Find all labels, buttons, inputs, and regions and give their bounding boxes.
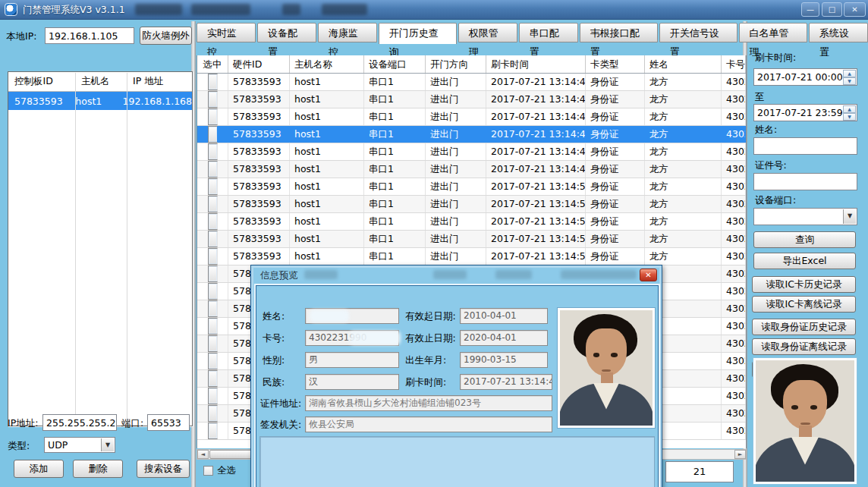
delete-device-button[interactable]: 删除: [73, 460, 123, 478]
row-checkbox[interactable]: [208, 161, 218, 178]
tab-系统设置[interactable]: 系统设置: [809, 23, 868, 42]
history-row[interactable]: 57833593host1串口1进出门2017-07-21 13:14:48身份…: [197, 161, 746, 178]
dialog-close-button[interactable]: ✕: [640, 269, 657, 281]
tab-白名单管理[interactable]: 白名单管理: [739, 23, 807, 42]
select-all-checkbox[interactable]: [203, 466, 213, 476]
row-checkbox[interactable]: [208, 300, 218, 317]
chevron-down-icon[interactable]: ▼: [843, 209, 856, 224]
history-row[interactable]: 57833593host1串口1进出门2017-07-21 13:14:45身份…: [197, 74, 746, 91]
row-checkbox-cell: [197, 143, 228, 160]
tab-开门历史查询[interactable]: 开门历史查询: [379, 23, 457, 44]
valid-from-label: 有效起日期:: [405, 310, 456, 323]
export-excel-button[interactable]: 导出Excel: [753, 253, 856, 269]
history-column-header: 硬件ID: [228, 55, 290, 73]
history-cell: 串口1: [364, 178, 426, 195]
row-checkbox[interactable]: [208, 370, 218, 387]
tab-海康监控[interactable]: 海康监控: [318, 23, 377, 42]
action-button-1[interactable]: 读取IC卡历史记录: [752, 276, 856, 293]
row-checkbox[interactable]: [208, 335, 218, 352]
firewall-exception-button[interactable]: 防火墙例外: [140, 27, 192, 45]
row-checkbox[interactable]: [208, 108, 218, 125]
action-button-4[interactable]: 读取身份证离线记录: [752, 338, 856, 355]
history-row[interactable]: 57833593host1串口1进出门2017-07-21 13:14:45身份…: [197, 91, 746, 108]
port-input[interactable]: 65533: [147, 414, 190, 431]
history-cell: host1: [290, 108, 364, 125]
row-checkbox[interactable]: [208, 248, 218, 265]
record-count: 21: [665, 461, 734, 482]
minimize-button[interactable]: —: [801, 2, 819, 17]
query-button[interactable]: 查询: [753, 231, 856, 248]
tab-串口配置[interactable]: 串口配置: [519, 23, 578, 42]
time-to-input[interactable]: 2017-07-21 23:59 ▲▼: [753, 104, 857, 121]
row-checkbox[interactable]: [208, 91, 218, 108]
row-checkbox-cell: [197, 108, 228, 125]
card-number-label: 卡号:: [263, 332, 285, 345]
portrait-photo: [560, 310, 653, 426]
type-label: 类型:: [8, 440, 30, 453]
action-button-3[interactable]: 读取身份证历史记录: [752, 319, 856, 335]
row-checkbox[interactable]: [208, 353, 218, 369]
row-checkbox[interactable]: [208, 231, 218, 247]
device-port-combobox[interactable]: ▼: [753, 208, 857, 225]
local-ip-input[interactable]: 192.168.1.105: [45, 27, 134, 44]
tab-实时监控[interactable]: 实时监控: [197, 23, 256, 42]
stepper-icon[interactable]: ▲▼: [843, 105, 856, 120]
history-cell: 2017-07-21 13:14:51: [486, 196, 586, 212]
name-filter-input[interactable]: [753, 137, 857, 155]
history-column-header: 刷卡时间: [486, 55, 586, 73]
history-row[interactable]: 57833593host1串口1进出门2017-07-21 13:14:48身份…: [197, 143, 746, 161]
row-checkbox[interactable]: [208, 318, 218, 335]
birth-date-field: 1990-03-15: [460, 352, 548, 368]
tab-设备配置[interactable]: 设备配置: [257, 23, 316, 42]
row-checkbox[interactable]: [208, 143, 218, 160]
type-combobox[interactable]: UDP ▼: [44, 437, 115, 453]
action-button-2[interactable]: 读取IC卡离线记录: [752, 296, 856, 313]
tab-权限管理[interactable]: 权限管理: [458, 23, 517, 42]
history-cell: 43022: [722, 74, 746, 90]
type-value: UDP: [48, 439, 68, 451]
device-row[interactable]: 57833593host1192.168.1.168: [8, 92, 192, 110]
history-row[interactable]: 57833593host1串口1进出门2017-07-21 13:14:47身份…: [197, 108, 746, 126]
broadcast-ip-input[interactable]: 255.255.255.255: [42, 414, 117, 431]
close-button[interactable]: ✕: [844, 2, 866, 17]
search-device-button[interactable]: 搜索设备: [137, 460, 190, 478]
history-row[interactable]: 57833593host1串口1进出门2017-07-21 13:14:53身份…: [197, 248, 746, 265]
row-checkbox[interactable]: [208, 213, 218, 230]
device-cell: 192.168.1.168: [117, 96, 192, 107]
row-checkbox-cell: [197, 91, 228, 108]
maximize-button[interactable]: □: [822, 2, 842, 17]
stepper-icon[interactable]: ▲▼: [843, 70, 856, 84]
history-cell: 43022: [722, 318, 746, 335]
id-number-input[interactable]: [753, 173, 857, 190]
history-row[interactable]: 57833593host1串口1进出门2017-07-21 13:14:51身份…: [197, 213, 746, 231]
row-checkbox[interactable]: [208, 196, 218, 212]
add-device-button[interactable]: 添加: [14, 460, 64, 478]
row-checkbox[interactable]: [208, 388, 218, 404]
row-checkbox[interactable]: [208, 423, 218, 439]
row-checkbox[interactable]: [208, 405, 218, 422]
history-cell: host1: [290, 178, 364, 195]
history-cell: host1: [290, 74, 364, 90]
device-port-label: 设备端口:: [755, 194, 796, 207]
row-checkbox[interactable]: [208, 178, 218, 195]
chevron-down-icon[interactable]: ▼: [101, 438, 114, 451]
row-checkbox[interactable]: [208, 74, 218, 90]
history-row[interactable]: 57833593host1串口1进出门2017-07-21 13:14:47身份…: [197, 126, 746, 143]
scroll-left-icon[interactable]: ◄: [197, 450, 209, 459]
tab-开关信号设置[interactable]: 开关信号设置: [659, 23, 737, 42]
device-column-header: IP 地址: [127, 75, 192, 88]
history-cell: 57833593: [228, 213, 290, 230]
row-checkbox[interactable]: [208, 126, 218, 143]
history-cell: 龙方: [645, 231, 722, 247]
row-checkbox[interactable]: [208, 265, 218, 282]
history-row[interactable]: 57833593host1串口1进出门2017-07-21 13:14:53身份…: [197, 231, 746, 248]
tab-韦根接口配置[interactable]: 韦根接口配置: [580, 23, 658, 42]
history-row[interactable]: 57833593host1串口1进出门2017-07-21 13:14:50身份…: [197, 178, 746, 196]
redaction-blur: [495, 270, 532, 279]
history-cell: 串口1: [364, 161, 426, 178]
time-from-input[interactable]: 2017-07-21 00:00 ▲▼: [753, 68, 857, 86]
history-row[interactable]: 57833593host1串口1进出门2017-07-21 13:14:51身份…: [197, 196, 746, 213]
row-checkbox[interactable]: [208, 283, 218, 300]
scroll-right-icon[interactable]: ►: [734, 450, 746, 459]
redaction-blur: [349, 331, 401, 345]
